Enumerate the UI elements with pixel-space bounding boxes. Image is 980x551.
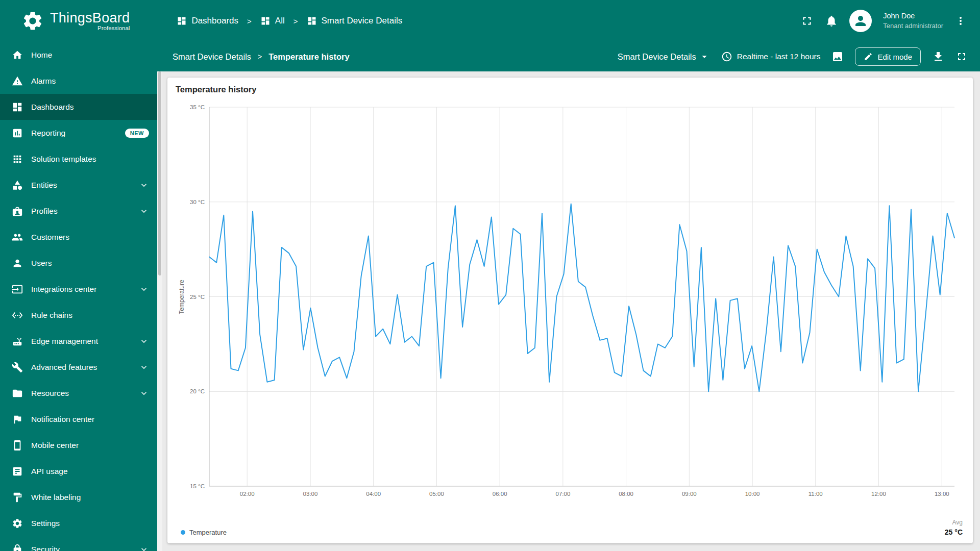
chevron-down-icon — [139, 206, 149, 216]
user-avatar[interactable] — [849, 10, 872, 32]
more-menu-button[interactable] — [954, 15, 967, 27]
sidebar-item-advanced-features[interactable]: Advanced features — [0, 354, 157, 380]
dashboards-icon — [12, 102, 23, 113]
sidebar-item-settings[interactable]: Settings — [0, 510, 157, 536]
sidebar-item-profiles[interactable]: Profiles — [0, 198, 157, 224]
sidebar-item-label: Customers — [31, 233, 69, 242]
chevron-down-icon — [139, 336, 149, 346]
sidebar-item-white-labeling[interactable]: White labeling — [0, 484, 157, 510]
top-header: ThingsBoard Professional Dashboards>All>… — [0, 0, 980, 42]
dashboard-toolbar: Smart Device Details > Temperature histo… — [157, 42, 980, 71]
svg-text:30 °C: 30 °C — [190, 199, 205, 205]
sidebar-item-edge-management[interactable]: Edge management — [0, 328, 157, 354]
breadcrumb-label: Smart Device Details — [322, 16, 403, 26]
person-icon — [853, 13, 868, 29]
sidebar-item-entities[interactable]: Entities — [0, 172, 157, 198]
user-role: Tenant administrator — [883, 21, 943, 31]
wrench-icon — [12, 362, 23, 373]
sidebar-item-label: Alarms — [31, 77, 56, 86]
svg-text:11:00: 11:00 — [808, 491, 823, 497]
legend-item-temperature[interactable]: Temperature — [181, 529, 227, 536]
dashboard-state-selector[interactable]: Smart Device Details — [618, 51, 710, 62]
sidebar-item-dashboards[interactable]: Dashboards — [0, 94, 157, 120]
sidebar-item-mobile-center[interactable]: Mobile center — [0, 432, 157, 458]
notifications-button[interactable] — [825, 14, 838, 28]
sidebar-item-label: Edge management — [31, 337, 98, 346]
integrations-icon — [12, 284, 23, 295]
sidebar-item-label: Reporting — [31, 129, 65, 138]
toolbar-breadcrumb-parent[interactable]: Smart Device Details — [173, 52, 251, 62]
apps-icon — [12, 154, 23, 165]
sidebar-item-notification-center[interactable]: Notification center — [0, 406, 157, 432]
svg-text:12:00: 12:00 — [871, 491, 886, 497]
reporting-icon — [12, 128, 23, 139]
breadcrumb-item[interactable]: Dashboards — [177, 16, 238, 26]
sidebar-item-label: Dashboards — [31, 103, 74, 112]
toolbar-fullscreen-button[interactable] — [955, 51, 968, 63]
edge-icon — [12, 336, 23, 347]
legend-dot — [181, 530, 185, 535]
entities-icon — [12, 180, 23, 191]
download-button[interactable] — [932, 51, 944, 63]
api-icon — [12, 466, 23, 477]
chevron-down-icon — [139, 544, 149, 551]
svg-text:15 °C: 15 °C — [190, 483, 205, 489]
timewindow-button[interactable]: Realtime - last 12 hours — [721, 51, 821, 62]
svg-text:04:00: 04:00 — [366, 491, 381, 497]
logo-text: ThingsBoard Professional — [50, 11, 130, 32]
svg-text:20 °C: 20 °C — [190, 388, 205, 394]
svg-text:25 °C: 25 °C — [190, 294, 205, 300]
svg-text:02:00: 02:00 — [240, 491, 255, 497]
person-icon — [12, 258, 23, 269]
sidebar-item-label: Users — [31, 259, 52, 268]
sidebar-item-label: Solution templates — [31, 155, 96, 164]
sidebar-item-integrations-center[interactable]: Integrations center — [0, 276, 157, 302]
flag-icon — [12, 414, 23, 425]
sidebar-item-solution-templates[interactable]: Solution templates — [0, 146, 157, 172]
header-actions: John Doe Tenant administrator — [800, 10, 967, 32]
sidebar-item-home[interactable]: Home — [0, 42, 157, 68]
sidebar-scrollbar[interactable] — [157, 71, 162, 551]
sidebar-scrollbar-thumb[interactable] — [158, 71, 161, 276]
fullscreen-button[interactable] — [800, 14, 814, 28]
temperature-history-widget: Temperature history 02:0003:0004:0005:00… — [167, 78, 973, 543]
caret-down-icon — [699, 51, 710, 62]
svg-text:07:00: 07:00 — [556, 491, 571, 497]
image-gallery-button[interactable] — [831, 51, 844, 63]
edit-mode-button[interactable]: Edit mode — [855, 47, 921, 66]
sidebar-item-users[interactable]: Users — [0, 250, 157, 276]
toolbar-breadcrumb-current: Temperature history — [268, 52, 349, 62]
svg-text:09:00: 09:00 — [682, 491, 697, 497]
sidebar-item-label: Settings — [31, 519, 60, 528]
user-name: John Doe — [883, 11, 943, 21]
svg-text:05:00: 05:00 — [429, 491, 444, 497]
dashboard-content: Temperature history 02:0003:0004:0005:00… — [162, 71, 980, 551]
toolbar-actions: Smart Device Details Realtime - last 12 … — [618, 47, 968, 66]
svg-text:08:00: 08:00 — [619, 491, 633, 497]
chevron-down-icon — [139, 180, 149, 190]
breadcrumb-label: All — [275, 16, 285, 26]
clock-icon — [721, 51, 732, 62]
agg-header: Avg — [952, 519, 963, 526]
rule-chains-icon — [12, 310, 23, 321]
user-menu[interactable]: John Doe Tenant administrator — [883, 11, 943, 30]
sidebar-item-label: Security — [31, 545, 60, 551]
breadcrumb-item[interactable]: Smart Device Details — [307, 16, 403, 26]
sidebar-item-api-usage[interactable]: API usage — [0, 458, 157, 484]
logo-gear-icon — [21, 10, 44, 32]
sidebar-item-label: Notification center — [31, 415, 94, 424]
sidebar-item-customers[interactable]: Customers — [0, 224, 157, 250]
timewindow-label: Realtime - last 12 hours — [737, 52, 821, 61]
smartphone-icon — [12, 440, 23, 451]
sidebar-item-reporting[interactable]: ReportingNEW — [0, 120, 157, 146]
breadcrumb-item[interactable]: All — [260, 16, 285, 26]
sidebar-item-security[interactable]: Security — [0, 536, 157, 551]
sidebar-item-rule-chains[interactable]: Rule chains — [0, 302, 157, 328]
agg-value: 25 °C — [945, 528, 963, 536]
breadcrumb-label: Dashboards — [191, 16, 238, 26]
sidebar-item-resources[interactable]: Resources — [0, 380, 157, 406]
state-selector-label: Smart Device Details — [618, 52, 696, 62]
chevron-down-icon — [139, 362, 149, 372]
thingsboard-logo[interactable]: ThingsBoard Professional — [21, 10, 130, 32]
sidebar-item-alarms[interactable]: Alarms — [0, 68, 157, 94]
